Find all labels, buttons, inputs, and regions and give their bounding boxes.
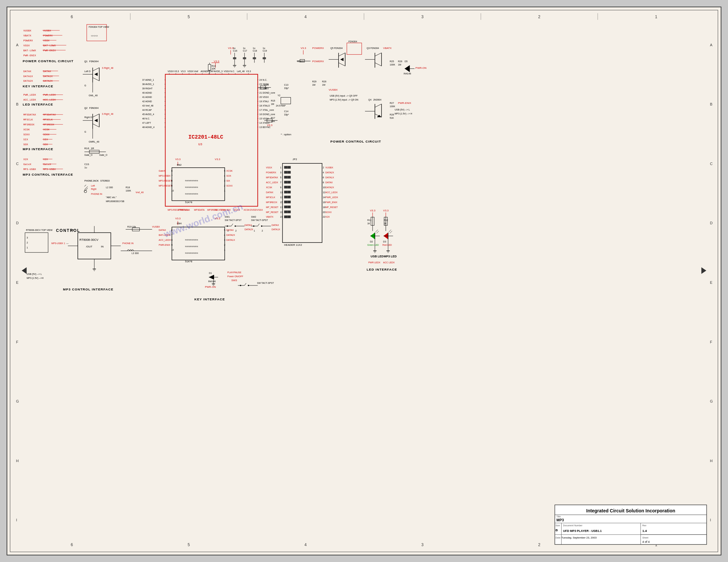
svg-text:---: --- bbox=[66, 242, 69, 245]
svg-text:19: 19 bbox=[280, 211, 283, 213]
svg-text:FWR_ENIX: FWR_ENIX bbox=[325, 201, 337, 204]
svg-rect-412 bbox=[284, 196, 288, 199]
svg-text:9: 9 bbox=[171, 244, 172, 246]
svg-line-540 bbox=[245, 283, 246, 285]
svg-text:R27: R27 bbox=[390, 102, 394, 104]
svg-rect-408 bbox=[284, 186, 288, 189]
svg-text:VSSX: VSSX bbox=[224, 70, 230, 72]
svg-text:9: 9 bbox=[280, 186, 282, 189]
svg-text:IN: IN bbox=[101, 245, 104, 248]
svg-text:DATA2X: DATA2X bbox=[226, 234, 235, 236]
svg-text:C18: C18 bbox=[253, 50, 257, 52]
svg-text:Left: Left bbox=[91, 185, 95, 187]
svg-text:D5: D5 bbox=[405, 60, 408, 63]
svg-text:POWER CONTROL CIRCUIT: POWER CONTROL CIRCUIT bbox=[23, 59, 74, 63]
svg-line-140 bbox=[84, 188, 88, 192]
svg-text:16  DOND_core: 16 DOND_core bbox=[259, 113, 275, 116]
svg-text:F: F bbox=[710, 340, 712, 344]
svg-text:3: 3 bbox=[27, 237, 28, 239]
svg-text:Left_48: Left_48 bbox=[237, 70, 245, 73]
svg-text:10: 10 bbox=[171, 190, 174, 192]
svg-text:L2  300: L2 300 bbox=[106, 186, 113, 189]
svg-text:SW3: SW3 bbox=[231, 279, 237, 282]
svg-text:33p*: 33p* bbox=[284, 87, 289, 90]
svg-text:16: 16 bbox=[323, 201, 325, 204]
svg-text:SCKX: SCKX bbox=[226, 185, 233, 187]
svg-text:USB LED: USB LED bbox=[371, 255, 384, 258]
svg-text:A: A bbox=[710, 43, 712, 47]
svg-rect-406 bbox=[284, 181, 288, 184]
svg-text:▭▭▭: ▭▭▭ bbox=[91, 34, 98, 37]
svg-text:PWR-ENIX: PWR-ENIX bbox=[159, 244, 170, 246]
svg-text:2: 2 bbox=[262, 230, 263, 232]
svg-line-139 bbox=[84, 187, 88, 190]
svg-text:C19: C19 bbox=[263, 50, 267, 52]
svg-text:Sheet: Sheet bbox=[642, 537, 648, 539]
svg-text:10K: 10K bbox=[211, 68, 216, 70]
svg-rect-415 bbox=[288, 201, 291, 204]
svg-text:2: 2 bbox=[323, 166, 324, 169]
svg-text:3: 3 bbox=[224, 180, 225, 182]
svg-text:B: B bbox=[710, 102, 712, 106]
svg-text:1M: 1M bbox=[322, 84, 325, 86]
svg-text:PRE/Vol-: PRE/Vol- bbox=[178, 209, 189, 211]
svg-text:PWR-ON: PWR-ON bbox=[205, 285, 216, 288]
svg-text:DATA1X: DATA1X bbox=[23, 75, 33, 78]
svg-text:ACC_LEDX: ACC_LEDX bbox=[159, 239, 171, 242]
svg-rect-457 bbox=[78, 233, 111, 259]
svg-line-572 bbox=[390, 231, 392, 233]
svg-line-71 bbox=[93, 114, 99, 117]
svg-text:V3.3: V3.3 bbox=[175, 158, 181, 161]
svg-marker-313 bbox=[340, 58, 343, 61]
svg-text:VUSBX: VUSBX bbox=[329, 88, 338, 91]
svg-text:POWERX: POWERX bbox=[312, 60, 324, 63]
svg-text:N.C.: N.C. bbox=[230, 70, 235, 72]
svg-rect-418 bbox=[284, 211, 288, 213]
svg-line-520 bbox=[258, 224, 259, 226]
svg-text:UFD MP3 PLAYER - USB1.1: UFD MP3 PLAYER - USB1.1 bbox=[563, 529, 602, 533]
svg-text:KEY INTERFACE: KEY INTERFACE bbox=[194, 297, 225, 301]
svg-text:POWER CONTROL CIRCUIT: POWER CONTROL CIRCUIT bbox=[330, 140, 381, 143]
svg-line-138 bbox=[84, 185, 86, 187]
svg-text:MP3-USBX: MP3-USBX bbox=[23, 168, 36, 171]
svg-text:MP3DATAX: MP3DATAX bbox=[266, 176, 278, 179]
svg-text:X2X: X2X bbox=[325, 216, 330, 218]
svg-text:Date:: Date: bbox=[556, 537, 561, 539]
svg-text:1u: 1u bbox=[253, 47, 255, 49]
svg-text:1: 1 bbox=[655, 15, 657, 19]
svg-text:Tuesday, September 23, 2003: Tuesday, September 23, 2003 bbox=[562, 536, 597, 539]
svg-text:PHONE IN: PHONE IN bbox=[91, 193, 102, 195]
svg-text:47  LEFT: 47 LEFT bbox=[142, 122, 151, 124]
svg-text:Gate_O: Gate_O bbox=[99, 154, 108, 157]
svg-text:Green LED: Green LED bbox=[367, 244, 379, 246]
svg-text:POWERX: POWERX bbox=[43, 34, 53, 37]
svg-text:Vref: Vref bbox=[194, 70, 198, 72]
svg-text:F: F bbox=[16, 340, 19, 344]
svg-text:5: 5 bbox=[280, 176, 282, 179]
svg-text:G: G bbox=[710, 399, 713, 403]
svg-text:R26: R26 bbox=[322, 80, 326, 83]
svg-text:IN4148: IN4148 bbox=[208, 280, 216, 282]
svg-text:SOX: SOX bbox=[226, 175, 231, 177]
svg-text:R18: R18 bbox=[126, 186, 130, 189]
svg-rect-414 bbox=[284, 201, 288, 204]
svg-text:6: 6 bbox=[323, 176, 324, 179]
svg-text:48  AGND_4: 48 AGND_4 bbox=[142, 126, 155, 129]
svg-text:"ABC etc.": "ABC etc." bbox=[106, 196, 117, 199]
svg-text:MP3: MP3 bbox=[557, 518, 564, 522]
svg-text:I: I bbox=[16, 518, 17, 522]
svg-text:POWERX: POWERX bbox=[266, 171, 276, 174]
svg-text:37  A0ND_1: 37 A0ND_1 bbox=[142, 79, 154, 81]
svg-rect-407 bbox=[288, 181, 291, 184]
svg-text:MR16080301YSB: MR16080301YSB bbox=[106, 200, 124, 203]
svg-text:1: 1 bbox=[254, 230, 255, 232]
svg-text:BAT-LOWX: BAT-LOWX bbox=[23, 49, 36, 52]
svg-text:MP3REOX: MP3REOX bbox=[43, 123, 54, 126]
svg-text:G: G bbox=[16, 399, 19, 403]
svg-text:43  Vref_48: 43 Vref_48 bbox=[142, 105, 154, 107]
svg-text:3: 3 bbox=[421, 542, 424, 547]
svg-text:22: 22 bbox=[323, 216, 325, 218]
svg-text:Size: Size bbox=[556, 524, 560, 527]
svg-text:MP3 CONTROL INTERFACE: MP3 CONTROL INTERFACE bbox=[63, 287, 114, 291]
svg-text:V3.3: V3.3 bbox=[215, 158, 220, 161]
